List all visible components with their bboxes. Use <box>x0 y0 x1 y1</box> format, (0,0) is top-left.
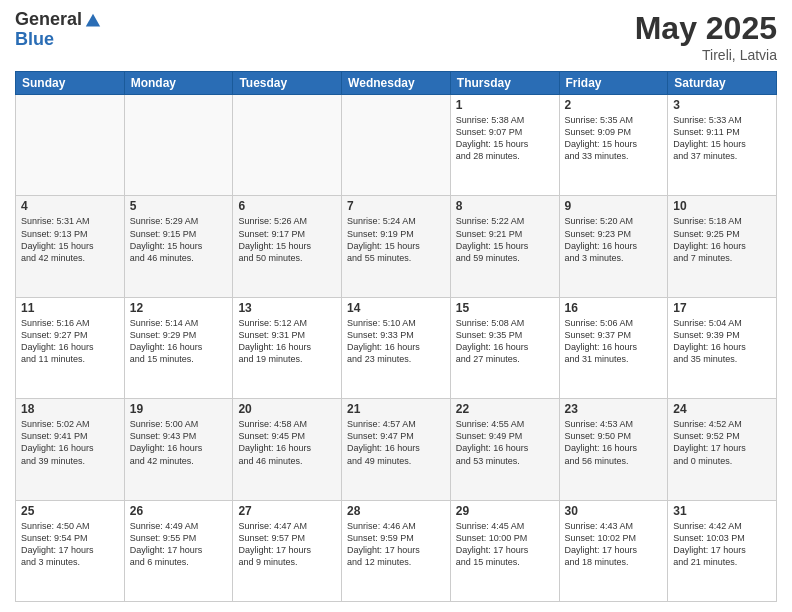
table-row: 5Sunrise: 5:29 AM Sunset: 9:15 PM Daylig… <box>124 196 233 297</box>
table-row: 9Sunrise: 5:20 AM Sunset: 9:23 PM Daylig… <box>559 196 668 297</box>
day-info: Sunrise: 5:14 AM Sunset: 9:29 PM Dayligh… <box>130 317 228 366</box>
day-number: 22 <box>456 402 554 416</box>
day-number: 16 <box>565 301 663 315</box>
calendar-week-row: 25Sunrise: 4:50 AM Sunset: 9:54 PM Dayli… <box>16 500 777 601</box>
day-info: Sunrise: 5:35 AM Sunset: 9:09 PM Dayligh… <box>565 114 663 163</box>
day-number: 27 <box>238 504 336 518</box>
logo-general-text: General <box>15 10 82 30</box>
logo: General Blue <box>15 10 102 50</box>
header: General Blue May 2025 Tireli, Latvia <box>15 10 777 63</box>
table-row: 2Sunrise: 5:35 AM Sunset: 9:09 PM Daylig… <box>559 95 668 196</box>
table-row: 24Sunrise: 4:52 AM Sunset: 9:52 PM Dayli… <box>668 399 777 500</box>
table-row: 29Sunrise: 4:45 AM Sunset: 10:00 PM Dayl… <box>450 500 559 601</box>
col-wednesday: Wednesday <box>342 72 451 95</box>
day-number: 10 <box>673 199 771 213</box>
col-monday: Monday <box>124 72 233 95</box>
table-row: 25Sunrise: 4:50 AM Sunset: 9:54 PM Dayli… <box>16 500 125 601</box>
table-row: 26Sunrise: 4:49 AM Sunset: 9:55 PM Dayli… <box>124 500 233 601</box>
table-row: 12Sunrise: 5:14 AM Sunset: 9:29 PM Dayli… <box>124 297 233 398</box>
table-row: 20Sunrise: 4:58 AM Sunset: 9:45 PM Dayli… <box>233 399 342 500</box>
table-row: 31Sunrise: 4:42 AM Sunset: 10:03 PM Dayl… <box>668 500 777 601</box>
table-row: 10Sunrise: 5:18 AM Sunset: 9:25 PM Dayli… <box>668 196 777 297</box>
day-info: Sunrise: 4:49 AM Sunset: 9:55 PM Dayligh… <box>130 520 228 569</box>
table-row: 1Sunrise: 5:38 AM Sunset: 9:07 PM Daylig… <box>450 95 559 196</box>
table-row: 16Sunrise: 5:06 AM Sunset: 9:37 PM Dayli… <box>559 297 668 398</box>
col-tuesday: Tuesday <box>233 72 342 95</box>
day-number: 21 <box>347 402 445 416</box>
table-row: 13Sunrise: 5:12 AM Sunset: 9:31 PM Dayli… <box>233 297 342 398</box>
col-sunday: Sunday <box>16 72 125 95</box>
day-info: Sunrise: 5:06 AM Sunset: 9:37 PM Dayligh… <box>565 317 663 366</box>
day-number: 1 <box>456 98 554 112</box>
day-info: Sunrise: 5:12 AM Sunset: 9:31 PM Dayligh… <box>238 317 336 366</box>
day-info: Sunrise: 5:08 AM Sunset: 9:35 PM Dayligh… <box>456 317 554 366</box>
svg-marker-0 <box>86 14 100 27</box>
day-info: Sunrise: 5:33 AM Sunset: 9:11 PM Dayligh… <box>673 114 771 163</box>
day-info: Sunrise: 4:43 AM Sunset: 10:02 PM Daylig… <box>565 520 663 569</box>
day-number: 2 <box>565 98 663 112</box>
table-row: 8Sunrise: 5:22 AM Sunset: 9:21 PM Daylig… <box>450 196 559 297</box>
table-row: 7Sunrise: 5:24 AM Sunset: 9:19 PM Daylig… <box>342 196 451 297</box>
location: Tireli, Latvia <box>635 47 777 63</box>
day-info: Sunrise: 4:55 AM Sunset: 9:49 PM Dayligh… <box>456 418 554 467</box>
day-info: Sunrise: 5:10 AM Sunset: 9:33 PM Dayligh… <box>347 317 445 366</box>
day-number: 17 <box>673 301 771 315</box>
table-row <box>233 95 342 196</box>
calendar-week-row: 1Sunrise: 5:38 AM Sunset: 9:07 PM Daylig… <box>16 95 777 196</box>
table-row <box>342 95 451 196</box>
day-info: Sunrise: 5:38 AM Sunset: 9:07 PM Dayligh… <box>456 114 554 163</box>
day-number: 26 <box>130 504 228 518</box>
day-info: Sunrise: 5:18 AM Sunset: 9:25 PM Dayligh… <box>673 215 771 264</box>
day-number: 12 <box>130 301 228 315</box>
table-row: 21Sunrise: 4:57 AM Sunset: 9:47 PM Dayli… <box>342 399 451 500</box>
day-number: 24 <box>673 402 771 416</box>
day-number: 28 <box>347 504 445 518</box>
day-number: 29 <box>456 504 554 518</box>
month-year: May 2025 <box>635 10 777 47</box>
day-number: 30 <box>565 504 663 518</box>
col-thursday: Thursday <box>450 72 559 95</box>
day-info: Sunrise: 4:58 AM Sunset: 9:45 PM Dayligh… <box>238 418 336 467</box>
table-row: 22Sunrise: 4:55 AM Sunset: 9:49 PM Dayli… <box>450 399 559 500</box>
table-row: 3Sunrise: 5:33 AM Sunset: 9:11 PM Daylig… <box>668 95 777 196</box>
calendar-week-row: 18Sunrise: 5:02 AM Sunset: 9:41 PM Dayli… <box>16 399 777 500</box>
day-info: Sunrise: 5:16 AM Sunset: 9:27 PM Dayligh… <box>21 317 119 366</box>
table-row: 27Sunrise: 4:47 AM Sunset: 9:57 PM Dayli… <box>233 500 342 601</box>
table-row: 17Sunrise: 5:04 AM Sunset: 9:39 PM Dayli… <box>668 297 777 398</box>
day-info: Sunrise: 5:24 AM Sunset: 9:19 PM Dayligh… <box>347 215 445 264</box>
table-row: 30Sunrise: 4:43 AM Sunset: 10:02 PM Dayl… <box>559 500 668 601</box>
day-number: 4 <box>21 199 119 213</box>
day-info: Sunrise: 4:57 AM Sunset: 9:47 PM Dayligh… <box>347 418 445 467</box>
day-number: 19 <box>130 402 228 416</box>
day-number: 14 <box>347 301 445 315</box>
day-number: 8 <box>456 199 554 213</box>
day-number: 13 <box>238 301 336 315</box>
table-row: 18Sunrise: 5:02 AM Sunset: 9:41 PM Dayli… <box>16 399 125 500</box>
day-info: Sunrise: 4:50 AM Sunset: 9:54 PM Dayligh… <box>21 520 119 569</box>
day-info: Sunrise: 4:46 AM Sunset: 9:59 PM Dayligh… <box>347 520 445 569</box>
day-info: Sunrise: 5:29 AM Sunset: 9:15 PM Dayligh… <box>130 215 228 264</box>
table-row <box>16 95 125 196</box>
table-row: 19Sunrise: 5:00 AM Sunset: 9:43 PM Dayli… <box>124 399 233 500</box>
day-info: Sunrise: 4:45 AM Sunset: 10:00 PM Daylig… <box>456 520 554 569</box>
col-friday: Friday <box>559 72 668 95</box>
day-info: Sunrise: 4:52 AM Sunset: 9:52 PM Dayligh… <box>673 418 771 467</box>
day-number: 18 <box>21 402 119 416</box>
day-number: 3 <box>673 98 771 112</box>
table-row: 15Sunrise: 5:08 AM Sunset: 9:35 PM Dayli… <box>450 297 559 398</box>
day-info: Sunrise: 5:02 AM Sunset: 9:41 PM Dayligh… <box>21 418 119 467</box>
day-number: 20 <box>238 402 336 416</box>
table-row: 6Sunrise: 5:26 AM Sunset: 9:17 PM Daylig… <box>233 196 342 297</box>
logo-icon <box>84 12 102 30</box>
table-row: 23Sunrise: 4:53 AM Sunset: 9:50 PM Dayli… <box>559 399 668 500</box>
day-number: 23 <box>565 402 663 416</box>
calendar-table: Sunday Monday Tuesday Wednesday Thursday… <box>15 71 777 602</box>
calendar-week-row: 4Sunrise: 5:31 AM Sunset: 9:13 PM Daylig… <box>16 196 777 297</box>
day-info: Sunrise: 5:04 AM Sunset: 9:39 PM Dayligh… <box>673 317 771 366</box>
table-row: 28Sunrise: 4:46 AM Sunset: 9:59 PM Dayli… <box>342 500 451 601</box>
day-number: 5 <box>130 199 228 213</box>
day-number: 25 <box>21 504 119 518</box>
day-info: Sunrise: 5:31 AM Sunset: 9:13 PM Dayligh… <box>21 215 119 264</box>
day-info: Sunrise: 5:26 AM Sunset: 9:17 PM Dayligh… <box>238 215 336 264</box>
day-number: 7 <box>347 199 445 213</box>
